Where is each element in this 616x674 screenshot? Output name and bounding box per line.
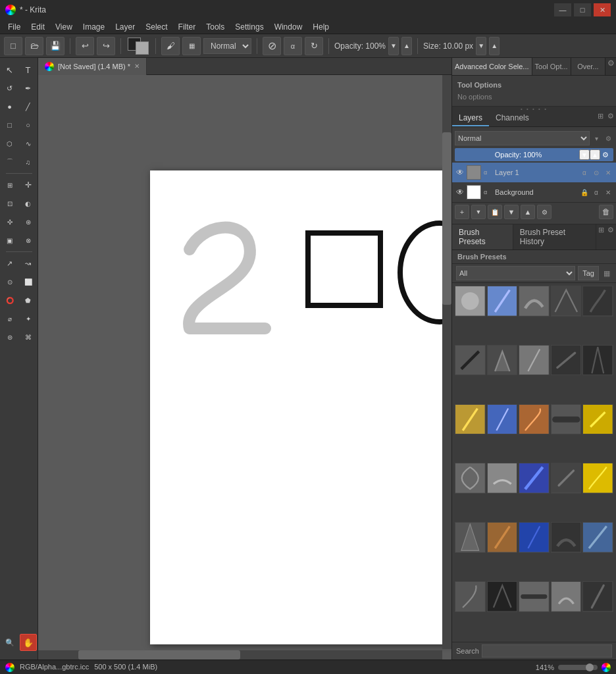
gradient-tool[interactable]: ▣ — [1, 232, 18, 249]
brush-presets-expand[interactable]: ⊞ — [596, 224, 606, 235]
brush-tool[interactable]: ● — [1, 98, 18, 115]
scrollbar-thumb-vertical[interactable] — [442, 132, 451, 305]
zoom-slider[interactable] — [558, 665, 598, 670]
layer-action-close-layer1[interactable]: ✕ — [603, 167, 613, 178]
delete-layer-button[interactable]: 🗑 — [599, 205, 613, 219]
close-button[interactable]: ✕ — [594, 3, 611, 16]
smart-patch-tool[interactable]: ⊛ — [20, 213, 37, 230]
group-layer-button[interactable]: 📋 — [488, 205, 502, 219]
similar-select-tool[interactable]: ⊜ — [1, 328, 18, 346]
menu-item-image[interactable]: Image — [78, 21, 110, 33]
brush-item-29[interactable] — [551, 581, 582, 612]
brush-item-24[interactable] — [551, 522, 582, 553]
menu-item-select[interactable]: Select — [140, 21, 172, 33]
select-tool[interactable]: ↖ — [1, 61, 18, 78]
brush-preset-history-tab[interactable]: Brush Preset History — [513, 224, 596, 249]
brush-item-20[interactable] — [582, 463, 613, 494]
move-layer-down-button[interactable]: ▼ — [504, 205, 519, 219]
bezier-tool[interactable]: ⌒ — [1, 153, 18, 170]
canvas-paper[interactable] — [150, 170, 451, 644]
brush-item-13[interactable] — [519, 404, 550, 435]
zoom-tool[interactable]: 🔍 — [1, 634, 18, 651]
brush-item-3[interactable] — [519, 286, 550, 317]
freehand2-tool[interactable]: ♫ — [20, 153, 37, 170]
layers-config-icon[interactable]: ⚙ — [605, 111, 616, 121]
maximize-button[interactable]: □ — [574, 3, 591, 16]
brush-grid-view[interactable]: ▦ — [602, 268, 612, 278]
layer-action-close-background[interactable]: ✕ — [603, 187, 613, 197]
menu-item-window[interactable]: Window — [269, 21, 308, 33]
save-doc-button[interactable]: 💾 — [46, 37, 64, 55]
brush-presets-tab[interactable]: Brush Presets — [452, 224, 513, 249]
preserve-alpha-button[interactable]: α — [284, 37, 302, 55]
brush-item-22[interactable] — [487, 522, 518, 553]
brush-item-23[interactable] — [519, 522, 550, 553]
layers-expand-icon[interactable]: ⊞ — [595, 111, 605, 121]
layers-row-settings[interactable]: ⚙ — [600, 149, 611, 160]
brush-item-30[interactable] — [582, 581, 613, 612]
open-doc-button[interactable]: 🗁 — [25, 37, 43, 55]
canvas-scrollbar-horizontal[interactable] — [38, 650, 442, 660]
ellipse-tool[interactable]: ○ — [20, 117, 37, 134]
brush-item-16[interactable] — [455, 463, 486, 494]
brush-item-26[interactable] — [455, 581, 486, 612]
brush-item-14[interactable] — [551, 404, 582, 435]
size-down-button[interactable]: ▼ — [476, 37, 486, 55]
tab-overview[interactable]: Over... — [571, 58, 605, 75]
brush-grid-button[interactable]: ▦ — [182, 37, 201, 55]
brush-item-21[interactable] — [455, 522, 486, 553]
brush-item-27[interactable] — [487, 581, 518, 612]
blend-mode-select[interactable]: Normal — [203, 38, 251, 54]
rect-select-tool[interactable]: ⬜ — [20, 273, 37, 290]
canvas-viewport[interactable] — [38, 75, 451, 660]
polygon-tool[interactable]: ⬡ — [1, 135, 18, 152]
brush-item-28[interactable] — [519, 581, 550, 612]
layer-action-alpha-layer1[interactable]: α — [579, 167, 590, 178]
calligraphy-tool[interactable]: ✒ — [20, 80, 37, 97]
opacity-down-button[interactable]: ▼ — [388, 37, 399, 55]
freehand-tool[interactable]: ↺ — [1, 80, 18, 97]
layer-item-background[interactable]: 👁 α Background 🔒 α ✕ — [452, 182, 616, 202]
menu-item-edit[interactable]: Edit — [26, 21, 50, 33]
brush-preset-button[interactable]: 🖌 — [161, 37, 180, 55]
brush-presets-settings[interactable]: ⚙ — [606, 224, 616, 235]
background-color[interactable] — [136, 41, 149, 55]
brush-item-11[interactable] — [455, 404, 486, 435]
menu-item-tools[interactable]: Tools — [201, 21, 230, 33]
tab-advanced-color[interactable]: Advanced Color Sele... — [452, 58, 532, 75]
brush-item-4[interactable] — [551, 286, 582, 317]
brush-item-7[interactable] — [487, 345, 518, 376]
menu-item-help[interactable]: Help — [307, 21, 334, 33]
clone-tool[interactable]: ⊙ — [1, 273, 18, 290]
brush-item-2[interactable] — [487, 286, 518, 317]
color-picker-tool[interactable]: ✣ — [1, 213, 18, 230]
layer-action-clone-layer1[interactable]: ⊙ — [591, 167, 602, 178]
brush-item-6[interactable] — [455, 345, 486, 376]
add-layer-button[interactable]: + — [455, 205, 469, 219]
color-swatch[interactable] — [126, 36, 150, 56]
layers-opacity-down[interactable]: ▼ — [579, 149, 590, 160]
layers-tab[interactable]: Layers — [452, 111, 489, 126]
tab-tool-options[interactable]: Tool Opt... — [532, 58, 571, 75]
menu-item-layer[interactable]: Layer — [110, 21, 140, 33]
brush-filter-select[interactable]: All — [456, 266, 575, 280]
add-layer-dropdown[interactable]: ▼ — [471, 205, 486, 219]
layers-blend-mode[interactable]: Normal — [455, 131, 590, 145]
menu-item-view[interactable]: View — [50, 21, 78, 33]
layers-settings-icon[interactable]: ⚙ — [603, 133, 613, 143]
new-doc-button[interactable]: □ — [4, 37, 22, 55]
menu-item-settings[interactable]: Settings — [230, 21, 269, 33]
canvas-scrollbar-vertical[interactable] — [442, 75, 451, 649]
size-up-button[interactable]: ▲ — [489, 37, 500, 55]
brush-item-10[interactable] — [582, 345, 613, 376]
brush-tag-button[interactable]: Tag — [578, 266, 599, 280]
layer-item-layer1[interactable]: 👁 α Layer 1 α ⊙ ✕ — [452, 163, 616, 182]
layers-filter-icon[interactable]: ▾ — [591, 133, 602, 143]
brush-item-17[interactable] — [487, 463, 518, 494]
brush-item-18[interactable] — [519, 463, 550, 494]
brush-search-input[interactable] — [482, 644, 612, 658]
layers-opacity-up[interactable]: ▲ — [590, 149, 600, 160]
contour-select-tool[interactable]: ⌘ — [20, 328, 37, 346]
layer-eye-background[interactable]: 👁 — [455, 187, 465, 197]
refresh-button[interactable]: ↻ — [305, 37, 323, 55]
